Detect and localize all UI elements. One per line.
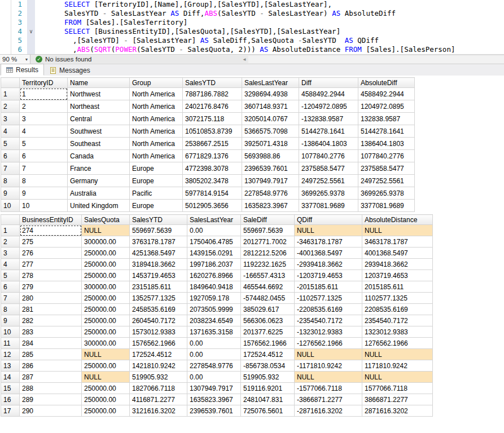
cell[interactable]: 559697.5639 [130,225,187,236]
cell[interactable]: 288 [20,383,82,394]
cell[interactable]: 250000.00 [82,270,130,281]
cell[interactable]: 519116.9201 [241,383,295,394]
cell[interactable]: NULL [295,372,362,383]
cell[interactable]: 5012905.3656 [183,200,242,212]
row-header[interactable]: 1 [1,225,20,236]
column-header-saleslastyear[interactable]: SalesLastYear [187,215,241,225]
row-header[interactable]: 7 [1,162,20,175]
tab-results[interactable]: Results [1,64,44,76]
cell[interactable]: 1371635.3158 [187,326,241,338]
cell[interactable]: 2354540.7172 [362,315,433,326]
cell[interactable]: -132838.9587 [299,113,358,125]
cell[interactable]: 285 [20,349,82,360]
cell[interactable]: France [68,162,130,175]
cell[interactable]: 2604540.7172 [130,315,187,326]
cell[interactable]: NULL [82,372,130,383]
cell[interactable]: 1077840.2776 [358,150,415,162]
cell[interactable]: 1171810.9242 [362,360,433,372]
cell[interactable]: 282 [20,315,82,326]
cell[interactable]: 2208535.6169 [362,304,433,315]
cell[interactable]: 201377.6225 [241,326,295,338]
row-header[interactable]: 4 [1,125,20,138]
line-number[interactable]: 1 [11,0,24,9]
row-header[interactable]: 10 [1,200,20,212]
cell[interactable]: 284 [20,338,82,349]
cell[interactable]: 250000.00 [82,304,130,315]
cell[interactable]: 2871616.3202 [362,405,433,417]
cell[interactable]: 4 [20,125,68,138]
cell[interactable]: 2538667.2515 [183,138,242,150]
cell[interactable]: -1323012.9383 [295,326,362,338]
line-number[interactable]: 3 [11,18,24,27]
cell[interactable]: 250000.00 [82,293,130,304]
cell[interactable]: 1849640.9418 [187,281,241,293]
cell[interactable]: 278 [20,270,82,281]
cell[interactable]: 3298694.4938 [242,88,299,100]
cell[interactable]: NULL [362,372,433,383]
code-text[interactable]: ,ABS(SQRT(POWER(SalesYTD - SalesQuota, 2… [35,45,504,54]
cell[interactable]: -2939418.3662 [295,259,362,270]
column-header-salesquota[interactable]: SalesQuota [82,215,130,225]
cell[interactable]: 2315185.611 [130,281,187,293]
row-header[interactable]: 11 [1,338,20,349]
cell[interactable]: 1635823.3967 [242,200,299,212]
cell[interactable]: 3189418.3662 [130,259,187,270]
row-header[interactable]: 13 [1,360,20,372]
cell[interactable]: 250000.00 [82,405,130,417]
row-header[interactable]: 8 [1,175,20,187]
cell[interactable]: 2375858.5477 [299,162,358,175]
cell[interactable]: 1577066.7118 [362,383,433,394]
cell[interactable]: 0.00 [187,225,241,236]
cell[interactable]: 1421810.9242 [130,360,187,372]
cell[interactable]: North America [130,138,183,150]
editor-line[interactable]: 2SalesYTD - SalesLastYear AS Diff,ABS(Sa… [0,9,504,18]
line-number[interactable]: 6 [11,45,24,54]
cell[interactable]: 0.00 [187,338,241,349]
cell[interactable]: 1192232.1625 [241,259,295,270]
cell[interactable]: 2497252.5561 [358,175,415,187]
editor-line[interactable]: 5 ,[SalesYTD] - [SalesLastYear] AS SaleD… [0,36,504,45]
cell[interactable]: 1203719.4653 [362,270,433,281]
editor-line[interactable]: 4∨SELECT [BusinessEntityID],[SalesQuota]… [0,27,504,36]
cell[interactable]: 1453719.4653 [130,270,187,281]
cell[interactable]: 1323012.9383 [362,326,433,338]
cell[interactable]: -1204972.0895 [299,100,358,113]
cell[interactable]: 3 [20,113,68,125]
cell[interactable]: 280 [20,293,82,304]
cell[interactable]: 9 [20,187,68,200]
cell[interactable]: 3866871.2277 [362,394,433,405]
cell[interactable]: 3699265.9378 [358,187,415,200]
cell[interactable]: Europe [130,200,183,212]
select-all-corner[interactable] [1,78,20,88]
cell[interactable]: 6771829.1376 [183,150,242,162]
cell[interactable]: 275 [20,236,82,248]
cell[interactable]: 287 [20,372,82,383]
row-header[interactable]: 2 [1,100,20,113]
cell[interactable]: 172524.4512 [241,349,295,360]
cell[interactable]: -1203719.4653 [295,270,362,281]
cell[interactable]: -166557.4313 [241,270,295,281]
line-number[interactable]: 4 [11,27,24,36]
cell[interactable]: 1997186.2037 [187,259,241,270]
row-header[interactable]: 10 [1,326,20,338]
cell[interactable]: NULL [362,349,433,360]
cell[interactable]: 250000.00 [82,394,130,405]
cell[interactable]: NULL [82,225,130,236]
cell[interactable]: 10 [20,200,68,212]
line-number[interactable]: 2 [11,9,24,18]
cell[interactable]: North America [130,125,183,138]
cell[interactable]: 4588492.2944 [358,88,415,100]
row-header[interactable]: 12 [1,349,20,360]
row-header[interactable]: 6 [1,281,20,293]
code-text[interactable]: SalesYTD - SalesLastYear AS Diff,ABS(Sal… [35,9,504,18]
cell[interactable]: 274 [20,225,82,236]
line-number[interactable]: 5 [11,36,24,45]
cell[interactable]: 5144278.1641 [299,125,358,138]
cell[interactable]: 2396539.7601 [242,162,299,175]
cell[interactable]: -1171810.9242 [295,360,362,372]
cell[interactable]: NULL [295,225,362,236]
cell[interactable]: 1386404.1803 [358,138,415,150]
cell[interactable]: -1102577.1325 [295,293,362,304]
cell[interactable]: 286 [20,360,82,372]
cell[interactable]: 519905.932 [241,372,295,383]
